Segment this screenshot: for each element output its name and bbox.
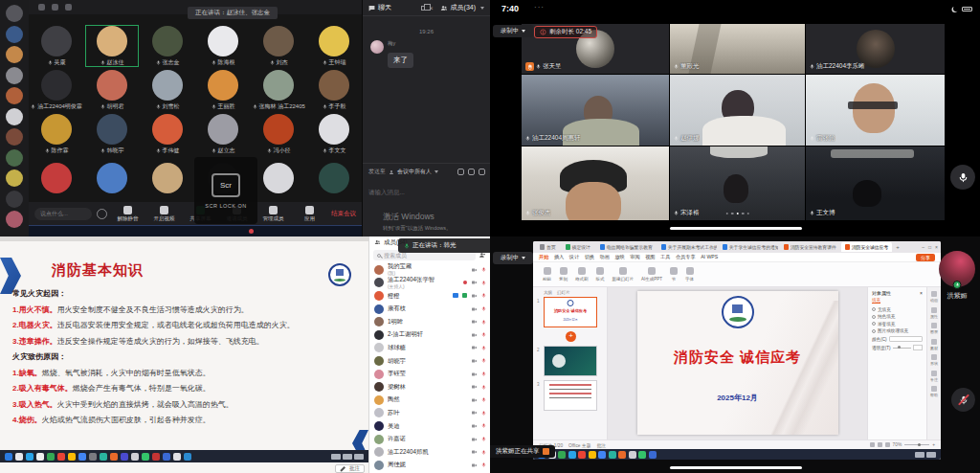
new-tab-button[interactable]: + — [894, 244, 902, 250]
recording-pill[interactable]: 录制中 — [493, 252, 533, 264]
screenshot-icon[interactable] — [457, 169, 464, 175]
zoom-slider[interactable] — [904, 444, 929, 445]
toolbar-button[interactable]: 应用 — [294, 206, 325, 222]
popout-icon[interactable] — [421, 6, 426, 11]
document-tab[interactable]: 电信网络诈骗警示教育 — [596, 242, 656, 252]
taskbar-app-icon[interactable] — [89, 453, 97, 461]
side-rail-item[interactable]: 帮助 — [930, 386, 938, 397]
participant-tile[interactable] — [306, 156, 362, 200]
participant-tile[interactable]: 张志金 — [140, 24, 195, 68]
image-icon[interactable] — [468, 169, 475, 175]
member-row[interactable]: 2-油工谢明轩 — [369, 328, 490, 342]
fill-option[interactable]: 纯色填充 — [872, 314, 923, 319]
participant-tile[interactable]: 李子毅 — [306, 68, 362, 112]
ribbon-tab[interactable]: 动画 — [600, 254, 610, 260]
window-controls[interactable]: –□× — [922, 244, 938, 250]
document-tab[interactable]: 消防安全诚信应考 — [841, 242, 892, 252]
contact-avatar[interactable] — [6, 211, 23, 228]
color-dropdown[interactable] — [889, 336, 923, 342]
contact-avatar[interactable] — [6, 87, 23, 104]
current-slide[interactable]: 消防安全 诚信应考 2025年12月 — [637, 291, 838, 435]
participant-tile[interactable]: 刘雪松 — [140, 68, 195, 112]
ribbon-tab[interactable]: 设计 — [569, 254, 579, 260]
participant-tile[interactable]: 张梅林 油工22405 — [251, 68, 306, 112]
taskbar-app-icon[interactable] — [578, 451, 586, 459]
participant-tile[interactable]: 王钟瑞 — [306, 24, 362, 68]
side-rail-item[interactable]: 形状 — [930, 354, 938, 366]
ribbon-tab[interactable]: 开始 — [539, 254, 548, 260]
ribbon-tab[interactable]: 审阅 — [630, 254, 639, 260]
member-row[interactable]: 陶然 — [369, 394, 490, 407]
toolbar-button[interactable]: 开启视频 — [148, 206, 180, 222]
participant-tile[interactable]: 王丽胜 — [195, 68, 251, 112]
member-row[interactable]: 周佳妮 — [369, 459, 490, 472]
ribbon-tool[interactable]: 节 — [670, 267, 678, 282]
participant-tile[interactable]: 李文文 — [306, 112, 362, 156]
mic-muted-button[interactable] — [951, 388, 975, 412]
contact-avatar[interactable] — [6, 149, 23, 167]
participant-tile[interactable]: 陈作霖 — [29, 112, 84, 156]
document-tab[interactable]: 消防安全宣传教育课件 — [780, 242, 839, 252]
participant-tile[interactable]: 李伟健 — [140, 112, 195, 156]
video-tile[interactable]: 张俊杰 — [522, 146, 669, 220]
taskbar-app-icon[interactable] — [638, 451, 646, 459]
taskbar-app-icon[interactable] — [598, 451, 606, 459]
video-tile[interactable]: 宋泽裕 — [670, 146, 805, 220]
slide-thumb-2[interactable]: 2 — [544, 346, 597, 376]
taskbar-app-icon[interactable] — [184, 453, 191, 461]
member-search-input[interactable] — [384, 253, 472, 259]
view-normal-icon[interactable] — [870, 442, 875, 447]
chat-input[interactable] — [368, 189, 485, 195]
participant-tile[interactable] — [140, 156, 195, 200]
announce-icon[interactable] — [479, 169, 485, 175]
participant-tile[interactable] — [29, 156, 84, 200]
side-rail-item[interactable]: 备注 — [930, 371, 938, 382]
participant-tile[interactable]: 冯小径 — [251, 112, 306, 156]
video-tile[interactable]: 油工22404周惠轩 — [522, 75, 669, 146]
member-row[interactable]: 胡晓宇 — [369, 354, 490, 368]
contact-avatar[interactable] — [6, 169, 23, 187]
taskbar-app-icon[interactable] — [142, 453, 149, 461]
ribbon-tab[interactable]: 放映 — [614, 254, 624, 260]
video-tile[interactable]: 雷张治 — [806, 75, 945, 146]
taskbar-app-icon[interactable] — [131, 453, 139, 461]
annotation-toolbar[interactable]: 批注 — [335, 464, 365, 473]
video-tile[interactable]: 王文博 — [806, 146, 945, 220]
member-row[interactable]: 球球糖 — [369, 342, 490, 355]
recording-pill[interactable]: 录制中 — [493, 25, 533, 37]
end-meeting-button[interactable]: 结束会议 — [331, 210, 356, 218]
thumb-panel-tab[interactable]: 幻灯片 — [557, 290, 570, 295]
taskbar-app-icon[interactable] — [649, 451, 657, 459]
participant-tile[interactable] — [84, 156, 140, 200]
side-rail-item[interactable]: 属性 — [930, 307, 938, 319]
view-sorter-icon[interactable] — [878, 442, 882, 447]
taskbar-app-icon[interactable] — [47, 453, 55, 461]
contact-avatar[interactable] — [6, 5, 23, 22]
member-row[interactable]: 许嘉诺 — [369, 433, 490, 446]
contact-avatar[interactable] — [6, 26, 23, 43]
ribbon-tool[interactable]: AI生成PPT — [641, 267, 662, 282]
emoji-icon[interactable] — [97, 209, 107, 219]
member-row[interactable]: 橙橙 — [369, 289, 490, 303]
participant-tile[interactable]: 油工22404明俊霖 — [29, 68, 84, 112]
taskbar-app-icon[interactable] — [15, 453, 23, 461]
document-tab[interactable]: 关于开展期末考试工作的通知 — [657, 242, 717, 252]
taskbar-app-icon[interactable] — [121, 453, 128, 461]
member-row[interactable]: 油工22404郑凯 — [369, 445, 490, 459]
member-row[interactable]: 康有枝 — [369, 303, 490, 316]
quick-chat-input[interactable] — [40, 211, 86, 216]
close-icon[interactable]: × — [920, 290, 923, 296]
side-rail-item[interactable]: 动画 — [930, 291, 938, 303]
document-tab[interactable]: 关于学生诚信应考的通知 — [719, 242, 778, 252]
ribbon-tab[interactable]: AI WPS — [701, 254, 718, 260]
side-rail-item[interactable]: 图层 — [930, 323, 938, 334]
taskbar-app-icon[interactable] — [558, 451, 566, 459]
document-tab[interactable]: 稿定设计 — [562, 242, 594, 252]
side-rail-item[interactable]: 素材 — [930, 339, 938, 350]
taskbar-app-icon[interactable] — [173, 453, 181, 461]
taskbar-app-icon[interactable] — [152, 453, 160, 461]
alpha-slider[interactable] — [893, 348, 911, 349]
ribbon-tab[interactable]: 视图 — [645, 254, 655, 260]
alpha-value-box[interactable] — [913, 345, 923, 350]
add-member-icon[interactable] — [479, 252, 486, 259]
